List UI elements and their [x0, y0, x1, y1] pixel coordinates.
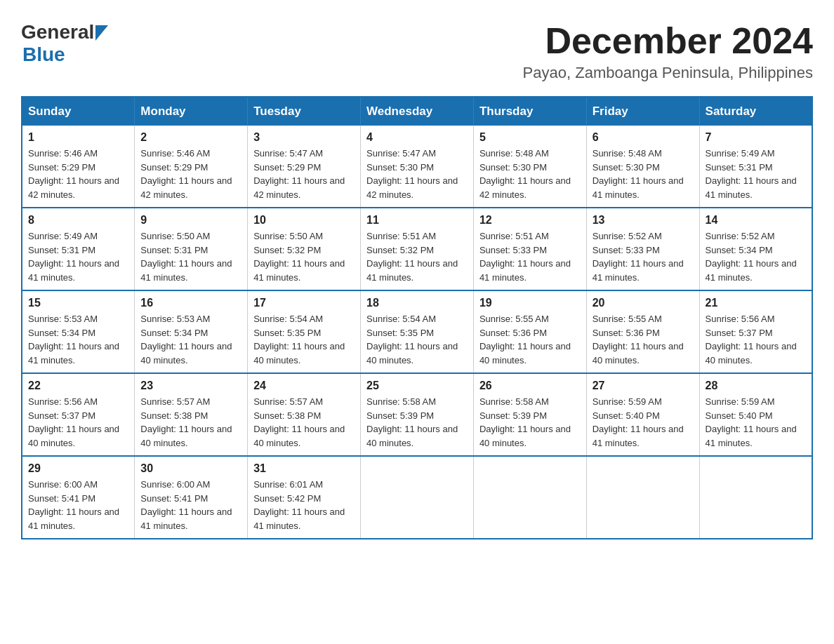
calendar-cell: 16 Sunrise: 5:53 AM Sunset: 5:34 PM Dayl… [135, 290, 248, 373]
month-title: December 2024 [523, 21, 813, 61]
calendar-cell: 18 Sunrise: 5:54 AM Sunset: 5:35 PM Dayl… [361, 290, 474, 373]
day-info: Sunrise: 5:48 AM Sunset: 5:30 PM Dayligh… [593, 147, 694, 201]
day-number: 31 [253, 462, 355, 475]
day-info: Sunrise: 5:54 AM Sunset: 5:35 PM Dayligh… [253, 312, 355, 367]
calendar-week-row: 15 Sunrise: 5:53 AM Sunset: 5:34 PM Dayl… [22, 290, 812, 373]
calendar-table: SundayMondayTuesdayWednesdayThursdayFrid… [21, 96, 813, 539]
calendar-cell: 31 Sunrise: 6:01 AM Sunset: 5:42 PM Dayl… [248, 456, 361, 539]
day-info: Sunrise: 5:52 AM Sunset: 5:33 PM Dayligh… [593, 229, 694, 284]
day-info: Sunrise: 5:58 AM Sunset: 5:39 PM Dayligh… [479, 395, 581, 450]
calendar-cell: 20 Sunrise: 5:55 AM Sunset: 5:36 PM Dayl… [586, 290, 699, 373]
logo-triangle-icon [95, 25, 108, 41]
day-info: Sunrise: 6:01 AM Sunset: 5:42 PM Dayligh… [253, 478, 355, 532]
calendar-cell: 24 Sunrise: 5:57 AM Sunset: 5:38 PM Dayl… [248, 373, 361, 456]
day-number: 12 [479, 214, 581, 227]
location-subtitle: Payao, Zamboanga Peninsula, Philippines [523, 64, 813, 82]
calendar-cell [361, 456, 474, 539]
logo-blue-text: Blue [22, 43, 65, 66]
day-info: Sunrise: 5:49 AM Sunset: 5:31 PM Dayligh… [706, 147, 806, 201]
calendar-cell [699, 456, 812, 539]
day-number: 3 [253, 131, 355, 144]
calendar-cell: 26 Sunrise: 5:58 AM Sunset: 5:39 PM Dayl… [473, 373, 586, 456]
calendar-cell: 17 Sunrise: 5:54 AM Sunset: 5:35 PM Dayl… [248, 290, 361, 373]
day-header-sunday: Sunday [22, 97, 135, 126]
day-info: Sunrise: 5:59 AM Sunset: 5:40 PM Dayligh… [706, 395, 806, 450]
day-info: Sunrise: 5:48 AM Sunset: 5:30 PM Dayligh… [479, 147, 581, 201]
calendar-cell: 1 Sunrise: 5:46 AM Sunset: 5:29 PM Dayli… [22, 126, 135, 208]
calendar-week-row: 29 Sunrise: 6:00 AM Sunset: 5:41 PM Dayl… [22, 456, 812, 539]
day-header-friday: Friday [586, 97, 699, 126]
calendar-cell: 3 Sunrise: 5:47 AM Sunset: 5:29 PM Dayli… [248, 126, 361, 208]
day-info: Sunrise: 5:50 AM Sunset: 5:31 PM Dayligh… [140, 229, 241, 284]
calendar-cell: 21 Sunrise: 5:56 AM Sunset: 5:37 PM Dayl… [699, 290, 812, 373]
day-number: 18 [366, 297, 468, 309]
day-header-tuesday: Tuesday [248, 97, 361, 126]
svg-marker-0 [95, 25, 108, 41]
day-number: 5 [479, 131, 581, 144]
calendar-cell: 6 Sunrise: 5:48 AM Sunset: 5:30 PM Dayli… [586, 126, 699, 208]
calendar-cell: 30 Sunrise: 6:00 AM Sunset: 5:41 PM Dayl… [135, 456, 248, 539]
calendar-cell: 7 Sunrise: 5:49 AM Sunset: 5:31 PM Dayli… [699, 126, 812, 208]
calendar-cell: 9 Sunrise: 5:50 AM Sunset: 5:31 PM Dayli… [135, 208, 248, 290]
day-number: 20 [593, 297, 694, 309]
day-number: 16 [140, 297, 241, 309]
logo-general-text: General [21, 21, 94, 43]
day-number: 8 [28, 214, 128, 227]
day-number: 17 [253, 297, 355, 309]
page-header: General Blue December 2024 Payao, Zamboa… [21, 21, 813, 82]
calendar-cell: 29 Sunrise: 6:00 AM Sunset: 5:41 PM Dayl… [22, 456, 135, 539]
calendar-cell: 13 Sunrise: 5:52 AM Sunset: 5:33 PM Dayl… [586, 208, 699, 290]
day-info: Sunrise: 5:47 AM Sunset: 5:29 PM Dayligh… [253, 147, 355, 201]
day-number: 11 [366, 214, 468, 227]
calendar-cell: 25 Sunrise: 5:58 AM Sunset: 5:39 PM Dayl… [361, 373, 474, 456]
day-number: 2 [140, 131, 241, 144]
calendar-cell: 23 Sunrise: 5:57 AM Sunset: 5:38 PM Dayl… [135, 373, 248, 456]
calendar-cell: 4 Sunrise: 5:47 AM Sunset: 5:30 PM Dayli… [361, 126, 474, 208]
day-info: Sunrise: 5:51 AM Sunset: 5:33 PM Dayligh… [479, 229, 581, 284]
day-number: 15 [28, 297, 128, 309]
calendar-cell: 28 Sunrise: 5:59 AM Sunset: 5:40 PM Dayl… [699, 373, 812, 456]
day-number: 14 [706, 214, 806, 227]
day-number: 13 [593, 214, 694, 227]
calendar-cell: 19 Sunrise: 5:55 AM Sunset: 5:36 PM Dayl… [473, 290, 586, 373]
day-info: Sunrise: 5:46 AM Sunset: 5:29 PM Dayligh… [140, 147, 241, 201]
day-info: Sunrise: 5:53 AM Sunset: 5:34 PM Dayligh… [140, 312, 241, 367]
day-header-thursday: Thursday [473, 97, 586, 126]
day-info: Sunrise: 5:46 AM Sunset: 5:29 PM Dayligh… [28, 147, 128, 201]
logo: General Blue [21, 21, 108, 66]
calendar-cell [586, 456, 699, 539]
day-info: Sunrise: 5:57 AM Sunset: 5:38 PM Dayligh… [253, 395, 355, 450]
day-header-wednesday: Wednesday [361, 97, 474, 126]
calendar-cell: 10 Sunrise: 5:50 AM Sunset: 5:32 PM Dayl… [248, 208, 361, 290]
calendar-cell: 8 Sunrise: 5:49 AM Sunset: 5:31 PM Dayli… [22, 208, 135, 290]
title-block: December 2024 Payao, Zamboanga Peninsula… [523, 21, 813, 82]
day-header-monday: Monday [135, 97, 248, 126]
day-info: Sunrise: 5:53 AM Sunset: 5:34 PM Dayligh… [28, 312, 128, 367]
day-number: 27 [593, 380, 694, 392]
day-number: 1 [28, 131, 128, 144]
day-header-saturday: Saturday [699, 97, 812, 126]
day-info: Sunrise: 6:00 AM Sunset: 5:41 PM Dayligh… [140, 478, 241, 532]
day-info: Sunrise: 5:57 AM Sunset: 5:38 PM Dayligh… [140, 395, 241, 450]
day-info: Sunrise: 5:52 AM Sunset: 5:34 PM Dayligh… [706, 229, 806, 284]
calendar-cell: 22 Sunrise: 5:56 AM Sunset: 5:37 PM Dayl… [22, 373, 135, 456]
day-info: Sunrise: 5:59 AM Sunset: 5:40 PM Dayligh… [593, 395, 694, 450]
day-info: Sunrise: 5:55 AM Sunset: 5:36 PM Dayligh… [479, 312, 581, 367]
day-number: 6 [593, 131, 694, 144]
calendar-cell: 14 Sunrise: 5:52 AM Sunset: 5:34 PM Dayl… [699, 208, 812, 290]
calendar-cell: 5 Sunrise: 5:48 AM Sunset: 5:30 PM Dayli… [473, 126, 586, 208]
day-info: Sunrise: 5:49 AM Sunset: 5:31 PM Dayligh… [28, 229, 128, 284]
day-number: 28 [706, 380, 806, 392]
calendar-cell: 11 Sunrise: 5:51 AM Sunset: 5:32 PM Dayl… [361, 208, 474, 290]
day-number: 4 [366, 131, 468, 144]
day-info: Sunrise: 5:55 AM Sunset: 5:36 PM Dayligh… [593, 312, 694, 367]
day-info: Sunrise: 5:51 AM Sunset: 5:32 PM Dayligh… [366, 229, 468, 284]
calendar-cell: 12 Sunrise: 5:51 AM Sunset: 5:33 PM Dayl… [473, 208, 586, 290]
day-info: Sunrise: 6:00 AM Sunset: 5:41 PM Dayligh… [28, 478, 128, 532]
calendar-cell: 15 Sunrise: 5:53 AM Sunset: 5:34 PM Dayl… [22, 290, 135, 373]
day-info: Sunrise: 5:58 AM Sunset: 5:39 PM Dayligh… [366, 395, 468, 450]
day-number: 29 [28, 462, 128, 475]
calendar-week-row: 8 Sunrise: 5:49 AM Sunset: 5:31 PM Dayli… [22, 208, 812, 290]
day-number: 22 [28, 380, 128, 392]
day-info: Sunrise: 5:54 AM Sunset: 5:35 PM Dayligh… [366, 312, 468, 367]
